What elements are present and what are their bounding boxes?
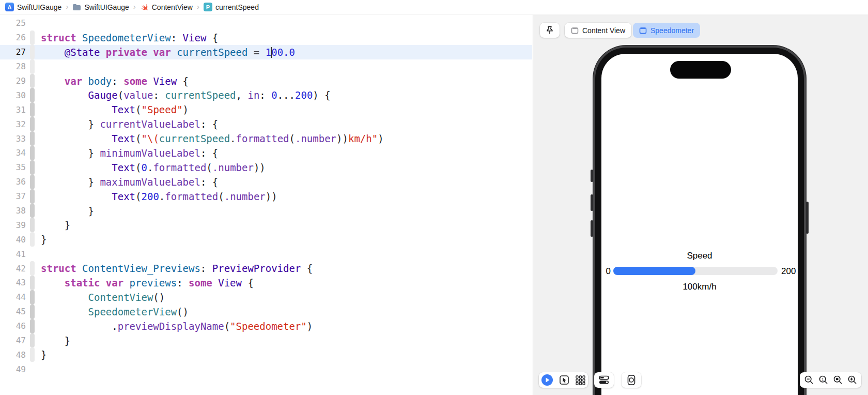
line-number: 38 bbox=[0, 206, 30, 216]
scope-ribbon bbox=[30, 175, 35, 189]
selectable-mode-button[interactable] bbox=[560, 375, 569, 385]
code-lines: 2526struct SpeedometerView: View {27 @St… bbox=[0, 16, 532, 376]
line-number: 44 bbox=[0, 292, 30, 302]
gauge-min-label: 0 bbox=[593, 266, 611, 277]
line-number: 43 bbox=[0, 278, 30, 287]
code-line-40[interactable]: 40} bbox=[0, 232, 532, 247]
line-number: 29 bbox=[0, 76, 30, 86]
device-settings-button[interactable] bbox=[594, 372, 614, 388]
line-number: 46 bbox=[0, 321, 30, 331]
pointer-icon bbox=[560, 375, 569, 385]
code-line-46[interactable]: 46 .previewDisplayName("Speedometer") bbox=[0, 319, 532, 333]
scope-ribbon bbox=[30, 247, 35, 261]
scope-ribbon bbox=[30, 31, 35, 45]
code-line-25[interactable]: 25 bbox=[0, 16, 532, 31]
line-number: 48 bbox=[0, 350, 30, 360]
code-line-28[interactable]: 28 bbox=[0, 59, 532, 74]
scope-ribbon bbox=[30, 146, 35, 160]
breadcrumb-symbol[interactable]: P currentSpeed bbox=[204, 3, 259, 11]
code-line-43[interactable]: 43 static var previews: some View { bbox=[0, 276, 532, 290]
line-number: 47 bbox=[0, 336, 30, 345]
variants-button[interactable] bbox=[576, 375, 585, 385]
app-icon: A bbox=[5, 3, 14, 11]
code-line-44[interactable]: 44 ContentView() bbox=[0, 290, 532, 305]
line-number: 49 bbox=[0, 364, 30, 374]
source-editor[interactable]: 2526struct SpeedometerView: View {27 @St… bbox=[0, 15, 532, 395]
breadcrumb-file[interactable]: ContentView bbox=[140, 3, 193, 11]
property-icon: P bbox=[204, 3, 212, 11]
chevron-right-icon: › bbox=[66, 2, 68, 11]
scope-ribbon bbox=[30, 59, 35, 74]
code-line-35[interactable]: 35 Text(0.formatted(.number)) bbox=[0, 160, 532, 175]
code-line-37[interactable]: 37 Text(200.formatted(.number)) bbox=[0, 189, 532, 204]
code-line-26[interactable]: 26struct SpeedometerView: View { bbox=[0, 31, 532, 45]
device-bezels-button[interactable] bbox=[622, 372, 641, 388]
code-line-33[interactable]: 33 Text("\(currentSpeed.formatted(.numbe… bbox=[0, 131, 532, 146]
toggles-icon bbox=[599, 375, 609, 385]
gauge-title: Speed bbox=[593, 251, 806, 261]
scope-ribbon bbox=[30, 189, 35, 204]
line-number: 25 bbox=[0, 18, 30, 28]
scope-ribbon bbox=[30, 204, 35, 218]
line-number: 39 bbox=[0, 220, 30, 230]
tab-content-view[interactable]: Content View bbox=[565, 23, 631, 38]
iphone-preview-frame: Speed 0 200 100km/h bbox=[593, 45, 806, 395]
line-number: 34 bbox=[0, 148, 30, 158]
scope-ribbon bbox=[30, 347, 35, 362]
zoom-in-button[interactable] bbox=[848, 375, 857, 385]
zoom-100-button[interactable]: 1 bbox=[819, 375, 828, 385]
code-line-30[interactable]: 30 Gauge(value: currentSpeed, in: 0...20… bbox=[0, 88, 532, 102]
pin-preview-button[interactable] bbox=[540, 23, 560, 38]
code-line-47[interactable]: 47 } bbox=[0, 333, 532, 348]
code-line-45[interactable]: 45 SpeedometerView() bbox=[0, 305, 532, 319]
scope-ribbon bbox=[30, 16, 35, 31]
code-line-38[interactable]: 38 } bbox=[0, 204, 532, 218]
code-line-42[interactable]: 42struct ContentView_Previews: PreviewPr… bbox=[0, 261, 532, 276]
code-line-34[interactable]: 34 } minimumValueLabel: { bbox=[0, 146, 532, 160]
code-line-27[interactable]: 27 @State private var currentSpeed = 100… bbox=[0, 45, 532, 59]
breadcrumb-project[interactable]: A SwiftUIGauge bbox=[5, 3, 61, 11]
code-line-39[interactable]: 39 } bbox=[0, 218, 532, 232]
line-number: 41 bbox=[0, 249, 30, 259]
svg-text:1: 1 bbox=[821, 377, 824, 382]
gauge-track bbox=[613, 267, 778, 275]
code-line-41[interactable]: 41 bbox=[0, 247, 532, 261]
zoom-to-fit-button[interactable] bbox=[833, 375, 843, 385]
zoom-in-icon bbox=[848, 375, 857, 385]
volume-down-button bbox=[591, 220, 593, 237]
breadcrumb-label: SwiftUIGauge bbox=[17, 3, 61, 11]
code-line-49[interactable]: 49 bbox=[0, 362, 532, 376]
code-line-29[interactable]: 29 var body: some View { bbox=[0, 74, 532, 88]
zoom-out-button[interactable] bbox=[804, 375, 814, 385]
line-number: 33 bbox=[0, 134, 30, 144]
breadcrumb-label: currentSpeed bbox=[215, 3, 259, 11]
breadcrumb-label: SwiftUIGauge bbox=[84, 3, 129, 11]
code-line-36[interactable]: 36 } maximumValueLabel: { bbox=[0, 175, 532, 189]
line-number: 45 bbox=[0, 307, 30, 316]
tab-speedometer[interactable]: Speedometer bbox=[633, 23, 700, 38]
tab-label: Speedometer bbox=[650, 26, 694, 35]
code-line-32[interactable]: 32 } currentValueLabel: { bbox=[0, 117, 532, 131]
play-icon bbox=[541, 374, 553, 386]
breadcrumb-label: ContentView bbox=[152, 3, 193, 11]
iphone-screen bbox=[601, 54, 798, 395]
zoom-out-icon bbox=[804, 375, 814, 385]
code-line-31[interactable]: 31 Text("Speed") bbox=[0, 102, 532, 117]
line-number: 28 bbox=[0, 62, 30, 71]
tab-label: Content View bbox=[582, 26, 625, 35]
zoom-to-fit-icon bbox=[833, 375, 843, 385]
gauge-current-value-label: 100km/h bbox=[593, 282, 806, 292]
line-number: 37 bbox=[0, 191, 30, 201]
breadcrumb: A SwiftUIGauge › SwiftUIGauge › ContentV… bbox=[0, 0, 868, 14]
scope-ribbon bbox=[30, 160, 35, 175]
swift-file-icon bbox=[140, 3, 149, 11]
dynamic-island bbox=[670, 61, 731, 79]
zoom-actual-size-icon: 1 bbox=[819, 375, 828, 385]
code-line-48[interactable]: 48} bbox=[0, 347, 532, 362]
scope-ribbon bbox=[30, 131, 35, 146]
line-number: 42 bbox=[0, 264, 30, 274]
breadcrumb-group[interactable]: SwiftUIGauge bbox=[72, 3, 129, 11]
scope-ribbon bbox=[30, 305, 35, 319]
live-preview-button[interactable] bbox=[541, 374, 553, 386]
line-number: 36 bbox=[0, 177, 30, 187]
